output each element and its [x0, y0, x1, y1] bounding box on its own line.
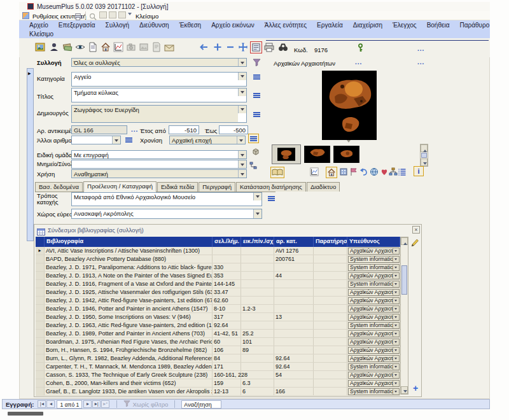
- year-from-field[interactable]: -510: [169, 125, 199, 134]
- row-selector[interactable]: [36, 330, 45, 337]
- chevron-down-icon[interactable]: [238, 73, 246, 80]
- other-numbers-list-icon[interactable]: [125, 136, 133, 143]
- image-collapse-icon[interactable]: [347, 140, 351, 144]
- nav-plus-icon[interactable]: [213, 42, 223, 52]
- menu-item[interactable]: Εργαλεία: [312, 22, 348, 29]
- responsible-combo[interactable]: System information: [348, 388, 400, 395]
- responsible-combo[interactable]: System information: [348, 363, 400, 370]
- prev-record-button[interactable]: ◂: [46, 400, 55, 408]
- department-more-button-2[interactable]: ...: [417, 59, 424, 66]
- chevron-down-icon[interactable]: [393, 331, 399, 337]
- record-position[interactable]: 1 από 1: [57, 400, 82, 409]
- special-group-select[interactable]: Με επιγραφή: [71, 150, 247, 159]
- table-row[interactable]: Beazley, J. D. 1950, Some Inscriptions o…: [36, 313, 400, 321]
- column-header[interactable]: εικ./πίν./σχ.: [241, 237, 274, 247]
- table-row[interactable]: Beazley, J. D. 1971, Paralipomena: Addit…: [36, 263, 400, 272]
- chevron-down-icon[interactable]: [393, 364, 399, 370]
- record-more-button[interactable]: ...: [417, 45, 424, 52]
- filter-funnel-icon[interactable]: [253, 58, 261, 69]
- chart-icon[interactable]: [113, 42, 123, 52]
- table-row[interactable]: Cohen, B., 2000, Man-killers and their v…: [36, 379, 400, 388]
- chevron-down-icon[interactable]: [238, 88, 246, 96]
- chevron-down-icon[interactable]: [393, 323, 399, 328]
- hierarchy-small-icon[interactable]: [249, 160, 257, 172]
- binoculars-icon[interactable]: [278, 42, 288, 52]
- row-selector[interactable]: [36, 354, 45, 362]
- add-row-button[interactable]: +: [413, 383, 418, 393]
- table-row[interactable]: Beazley, J. D. 1925, Attische Vasenmaler…: [36, 288, 400, 297]
- responsible-combo[interactable]: Αρχαϊκών Αρχαιοτήτων: [348, 248, 400, 255]
- table-row[interactable]: Graef, B., E. Langlotz 1933, Die antiken…: [36, 388, 400, 396]
- chevron-down-icon[interactable]: [237, 136, 245, 144]
- menu-item[interactable]: Παράθυρο: [454, 22, 494, 29]
- responsible-combo[interactable]: Αρχαϊκών Αρχαιοτήτων: [348, 339, 400, 346]
- responsible-combo[interactable]: Αρχαϊκών Αρχαιοτήτων: [348, 355, 400, 362]
- creator-select[interactable]: Ζωγράφος του Ευεργίδη: [71, 105, 247, 123]
- table-row[interactable]: BAPD, Beazley Archive Pottery Database (…: [36, 255, 400, 263]
- hierarchy-icon[interactable]: [389, 167, 398, 176]
- row-selector[interactable]: [36, 255, 45, 263]
- provenance-list-icon[interactable]: [267, 195, 275, 202]
- year-to-field[interactable]: -500: [219, 125, 248, 134]
- record-view-icon[interactable]: [250, 41, 262, 53]
- row-selector[interactable]: [36, 272, 45, 279]
- chevron-down-icon[interactable]: [393, 290, 399, 295]
- row-selector[interactable]: [36, 321, 45, 329]
- scroll-down-icon[interactable]: [401, 386, 408, 394]
- tab-4[interactable]: Περιγραφή: [199, 182, 235, 192]
- chevron-down-icon[interactable]: [393, 248, 399, 254]
- search-box[interactable]: Αναζήτηση: [181, 400, 221, 409]
- scroll-up-icon[interactable]: [421, 144, 428, 152]
- responsible-combo[interactable]: Αρχαϊκών Αρχαιοτήτων: [348, 372, 400, 379]
- dating-list-icon[interactable]: [248, 134, 259, 143]
- tab-5[interactable]: Κατάσταση διατήρησης: [236, 182, 306, 192]
- responsible-combo[interactable]: Αρχαϊκών Αρχαιοτήτων: [348, 289, 400, 296]
- table-row[interactable]: Born, H., Hansen, S. 1994, Frühgriechisc…: [36, 346, 400, 354]
- menu-item[interactable]: Αρχείο εικόνων: [206, 22, 260, 29]
- favorite-icon[interactable]: [380, 167, 389, 176]
- row-selector[interactable]: [36, 371, 45, 379]
- responsible-combo[interactable]: Αρχαϊκών Αρχαιοτήτων: [348, 380, 400, 387]
- use-select[interactable]: Αναθηματική: [71, 169, 247, 178]
- category-select[interactable]: Αγγείο: [71, 72, 247, 87]
- close-icon[interactable]: ×: [412, 226, 420, 234]
- responsible-combo[interactable]: Αρχαϊκών Αρχαιοτήτων: [348, 305, 400, 312]
- chevron-down-icon[interactable]: [238, 106, 246, 113]
- table-scrollbar[interactable]: [400, 237, 408, 395]
- responsible-combo[interactable]: System information: [348, 322, 400, 329]
- person-icon[interactable]: [49, 42, 59, 52]
- chevron-down-icon[interactable]: [393, 347, 399, 353]
- undo-icon[interactable]: [359, 167, 368, 176]
- tab-1[interactable]: Βασ. δεδομένα: [35, 182, 83, 192]
- print-icon[interactable]: [264, 42, 274, 52]
- book-icon[interactable]: [270, 167, 284, 178]
- last-record-button[interactable]: ▸|: [92, 400, 101, 408]
- department-more-button[interactable]: ...: [355, 59, 362, 66]
- close-quick-button[interactable]: Κλείσιμο: [136, 13, 158, 20]
- next-record-button[interactable]: ▸: [83, 400, 92, 408]
- nav-back-icon[interactable]: [199, 42, 209, 52]
- chevron-down-icon[interactable]: [393, 273, 399, 279]
- row-selector[interactable]: [36, 297, 45, 304]
- chevron-down-icon[interactable]: [238, 59, 246, 66]
- menu-item[interactable]: Έλεγχος: [387, 22, 422, 29]
- row-selector[interactable]: [36, 313, 45, 321]
- category-list-icon[interactable]: [253, 73, 261, 80]
- tab-2[interactable]: Προέλευση / Καταγραφή: [83, 181, 157, 192]
- chevron-down-icon[interactable]: [393, 381, 399, 386]
- column-header[interactable]: Βιβλιογραφία: [45, 237, 213, 247]
- object-number-field[interactable]: GL 166: [71, 125, 127, 134]
- row-selector[interactable]: [36, 388, 45, 395]
- edit-pencil-icon[interactable]: [410, 238, 419, 250]
- chevron-down-icon[interactable]: [238, 170, 246, 178]
- thumbnail-2[interactable]: [304, 146, 330, 163]
- responsible-combo[interactable]: System information: [348, 264, 400, 271]
- chevron-down-icon[interactable]: [393, 389, 399, 395]
- chevron-down-icon[interactable]: [128, 13, 132, 17]
- scroll-up-icon[interactable]: [401, 237, 408, 245]
- home-icon[interactable]: [101, 42, 111, 52]
- responsible-combo[interactable]: Αρχαϊκών Αρχαιοτήτων: [348, 314, 400, 321]
- image-icon[interactable]: [35, 42, 45, 52]
- chevron-down-icon[interactable]: [393, 281, 399, 287]
- chevron-down-icon[interactable]: [238, 151, 246, 158]
